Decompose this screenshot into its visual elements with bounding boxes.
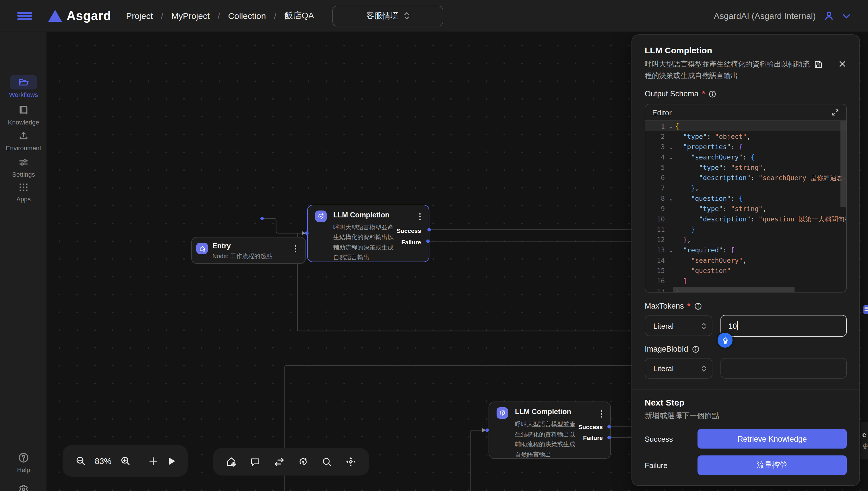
canvas-toolbar: [213, 448, 369, 475]
entry-node-subtitle: Node: 工作流程的起點: [212, 252, 272, 260]
code-line[interactable]: 16 ]: [645, 276, 846, 286]
editor-horizontal-scrollbar[interactable]: [673, 287, 794, 292]
environment-select-value: 客服情境: [366, 10, 399, 21]
zoom-out-button[interactable]: [75, 456, 86, 466]
editor-vertical-scrollbar[interactable]: [840, 121, 846, 207]
user-icon[interactable]: [823, 9, 835, 22]
save-icon[interactable]: [813, 60, 823, 69]
code-line[interactable]: 9 "type": "string",: [645, 204, 846, 214]
maxtokens-input[interactable]: 10: [721, 315, 847, 337]
node-entry[interactable]: Entry Node: 工作流程的起點: [191, 237, 306, 264]
code-editor-content[interactable]: 1⌄{2 "type": "object",3⌄ "properties": {…: [645, 121, 846, 292]
expand-icon[interactable]: [831, 108, 839, 116]
port-label-failure[interactable]: Failure: [401, 238, 421, 245]
clipped-node-text: 史: [862, 442, 868, 451]
code-line[interactable]: 7 },: [645, 183, 846, 193]
code-line[interactable]: 4⌄ "searchQuery": {: [645, 152, 846, 162]
schema-editor[interactable]: Editor 1⌄{2 "type": "object",3⌄ "propert…: [645, 104, 847, 292]
sidebar-item-help[interactable]: Help: [0, 450, 47, 473]
run-workflow-button[interactable]: [167, 456, 176, 465]
llm-node-title: LLM Completion: [515, 408, 571, 416]
next-step-failure-label: Failure: [645, 461, 698, 469]
account-area: AsgardAI (Asgard Internal): [714, 9, 868, 22]
swap-connections-button[interactable]: [273, 456, 285, 467]
next-step-success-button[interactable]: Retrieve Knowledge: [698, 429, 847, 449]
port-label-failure[interactable]: Failure: [583, 434, 603, 441]
sidebar-item-settings[interactable]: Settings: [0, 155, 47, 178]
node-llm-completion-selected[interactable]: LLM Completion 呼叫大型語言模型並產生結構化的資料輸出以輔助流程的…: [307, 204, 429, 262]
entry-node-title: Entry: [212, 242, 231, 250]
clipped-node-text: e: [862, 431, 868, 439]
upload-icon: [18, 130, 29, 141]
hamburger-menu-icon[interactable]: [17, 12, 32, 20]
maxtokens-input-value: 10: [729, 321, 737, 330]
sidebar-item-apps[interactable]: Apps: [0, 179, 47, 202]
port-label-success[interactable]: Success: [578, 423, 603, 430]
llm-node-icon: [496, 407, 508, 419]
imageblobid-label: ImageBlobId: [645, 345, 688, 353]
comment-button[interactable]: [250, 456, 261, 467]
breadcrumb-current[interactable]: 飯店QA: [284, 10, 314, 21]
llm-node-description: 呼叫大型語言模型並產生結構化的資料輸出以輔助流程的決策或生成自然語言輸出: [515, 419, 575, 459]
port-dot: [260, 217, 264, 220]
breadcrumb: Project / MyProject / Collection / 飯店QA: [126, 10, 314, 21]
breadcrumb-myproject[interactable]: MyProject: [171, 11, 210, 21]
edge-arrowhead: [302, 231, 306, 235]
logo-triangle-icon: [48, 10, 62, 22]
entry-node-menu-icon[interactable]: [294, 244, 297, 253]
app-logo[interactable]: Asgard: [48, 8, 111, 23]
chevron-updown-icon: [702, 323, 706, 329]
add-node-button[interactable]: [148, 456, 158, 466]
code-line[interactable]: 6 "description": "searchQuery 是你經過思考後: [645, 173, 846, 183]
sidebar-item-workflows[interactable]: Workflows: [0, 75, 47, 98]
code-line[interactable]: 10 "description": "question 以第一人稱問句描述: [645, 214, 846, 224]
sidebar-item-knowledge[interactable]: Knowledge: [0, 103, 47, 126]
next-step-failure-button[interactable]: 流量控管: [698, 456, 847, 475]
top-bar: Asgard Project / MyProject / Collection …: [0, 0, 868, 32]
imageblobid-input[interactable]: [721, 358, 847, 379]
logo-text: Asgard: [66, 8, 111, 23]
close-icon[interactable]: [838, 60, 847, 68]
editor-header-label: Editor: [652, 108, 672, 117]
breadcrumb-project[interactable]: Project: [126, 11, 153, 21]
info-icon[interactable]: [692, 345, 700, 353]
environment-select[interactable]: 客服情境: [332, 5, 443, 26]
node-config-panel: LLM Completion 呼叫大型語言模型並產生結構化的資料輸出以輔助流程的…: [631, 34, 860, 486]
code-line[interactable]: 14 "searchQuery",: [645, 255, 846, 266]
search-icon[interactable]: [322, 456, 332, 467]
imageblobid-mode-select[interactable]: Literal: [645, 358, 712, 379]
sidebar-item-environment[interactable]: Environment: [0, 128, 47, 151]
code-line[interactable]: 3⌄ "properties": {: [645, 142, 846, 152]
llm-node-menu-icon[interactable]: [418, 212, 422, 222]
sidebar-item-label: Apps: [0, 196, 47, 202]
node-clipped-right[interactable]: e 史: [861, 422, 868, 459]
code-line[interactable]: 11 }: [645, 224, 846, 235]
breadcrumb-collection[interactable]: Collection: [228, 11, 266, 21]
add-entry-node-button[interactable]: [226, 456, 237, 467]
sidebar-item-workspace[interactable]: Workspace: [0, 482, 47, 491]
zoom-in-button[interactable]: [120, 456, 131, 466]
code-line[interactable]: 15 "question": [645, 266, 846, 276]
code-line[interactable]: 1⌄{: [645, 121, 846, 132]
node-llm-completion-bottom[interactable]: LLM Completion 呼叫大型語言模型並產生結構化的資料輸出以輔助流程的…: [489, 402, 611, 459]
code-line[interactable]: 13⌄ "required": [: [645, 245, 846, 255]
zoom-toolbar: 83%: [62, 445, 188, 476]
chevron-down-icon[interactable]: [842, 13, 851, 19]
text-cursor: [737, 321, 738, 330]
pan-move-icon[interactable]: [345, 456, 356, 467]
zoom-level[interactable]: 83%: [95, 456, 111, 465]
code-line[interactable]: 12 },: [645, 235, 846, 245]
info-icon[interactable]: [694, 302, 702, 310]
required-asterisk: *: [702, 89, 705, 98]
code-line[interactable]: 2 "type": "object",: [645, 132, 846, 142]
port-label-success[interactable]: Success: [397, 227, 421, 234]
next-step-title: Next Step: [645, 398, 847, 407]
code-line[interactable]: 5 "type": "string",: [645, 162, 846, 173]
help-circle-icon: [18, 452, 29, 463]
llm-run-icon[interactable]: [298, 456, 309, 467]
info-icon[interactable]: [708, 90, 716, 98]
breadcrumb-separator: /: [161, 11, 163, 21]
llm-node-menu-icon[interactable]: [600, 409, 603, 418]
code-line[interactable]: 8⌄ "question": {: [645, 193, 846, 204]
maxtokens-mode-select[interactable]: Literal: [645, 316, 712, 336]
